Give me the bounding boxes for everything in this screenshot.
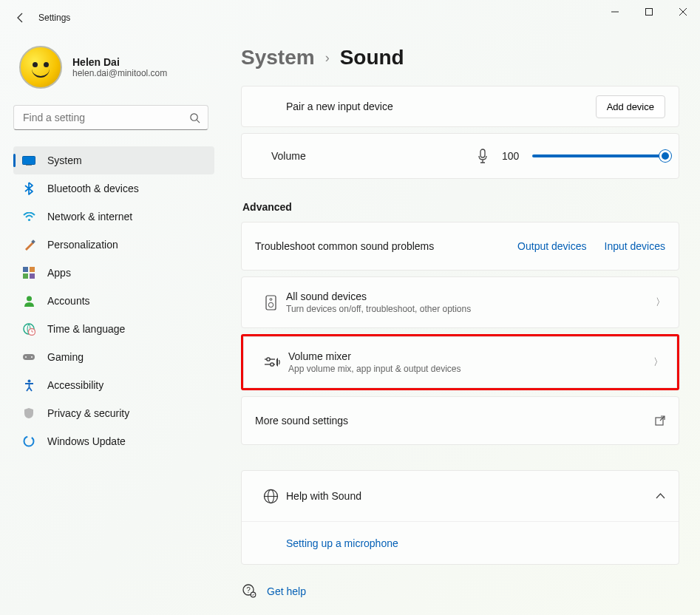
volume-label: Volume	[271, 150, 463, 162]
user-box[interactable]: Helen Dai helen.dai@minitool.com	[19, 46, 214, 89]
speaker-icon	[265, 295, 276, 310]
close-button[interactable]	[666, 0, 700, 24]
user-name: Helen Dai	[72, 56, 167, 68]
row-title: More sound settings	[255, 415, 655, 427]
breadcrumb-current: Sound	[340, 46, 404, 69]
add-device-button[interactable]: Add device	[596, 95, 665, 118]
microphone-icon[interactable]	[477, 149, 489, 163]
svg-point-4	[191, 113, 197, 120]
user-email: helen.dai@minitool.com	[72, 68, 167, 78]
shield-icon	[22, 407, 35, 420]
nav-network[interactable]: Network & internet	[13, 203, 214, 231]
svg-rect-11	[30, 267, 35, 272]
highlight-annotation: Volume mixer App volume mix, app input &…	[241, 334, 679, 390]
nav-accessibility[interactable]: Accessibility	[13, 371, 214, 399]
troubleshoot-card: Troubleshoot common sound problems Outpu…	[241, 222, 679, 271]
chevron-right-icon: ›	[325, 50, 330, 66]
minimize-icon	[611, 8, 619, 16]
svg-point-20	[25, 356, 27, 358]
paintbrush-icon	[22, 238, 35, 251]
back-button[interactable]	[6, 3, 35, 33]
svg-point-29	[267, 358, 270, 361]
svg-rect-6	[23, 156, 35, 164]
nav-label: Bluetooth & devices	[47, 183, 139, 194]
nav-gaming[interactable]: Gaming	[13, 343, 214, 371]
sidebar: Helen Dai helen.dai@minitool.com System …	[0, 35, 222, 615]
pair-device-card: Pair a new input device Add device	[241, 86, 679, 127]
nav-label: Personalization	[47, 239, 118, 251]
svg-point-22	[27, 379, 30, 382]
get-help-link[interactable]: Get help	[267, 585, 306, 597]
nav-label: Network & internet	[47, 211, 132, 222]
update-icon	[22, 435, 35, 448]
footer-links: ? Get help	[242, 584, 679, 598]
volume-card: Volume 100	[241, 133, 679, 179]
volume-mixer-row[interactable]: Volume mixer App volume mix, app input &…	[243, 336, 677, 388]
advanced-heading: Advanced	[242, 201, 679, 213]
svg-point-23	[24, 437, 34, 446]
search-icon	[189, 112, 200, 123]
search-box[interactable]	[13, 105, 208, 130]
nav-label: Gaming	[47, 351, 84, 363]
globe-clock-icon	[22, 322, 35, 336]
arrow-left-icon	[15, 12, 27, 24]
nav-label: Accessibility	[47, 379, 103, 391]
svg-rect-10	[23, 267, 28, 272]
svg-rect-12	[23, 273, 28, 279]
more-sound-settings-row[interactable]: More sound settings	[241, 396, 679, 445]
nav-personalization[interactable]: Personalization	[13, 231, 214, 259]
chevron-right-icon: 〉	[656, 296, 665, 309]
apps-icon	[22, 266, 35, 279]
nav-list: System Bluetooth & devices Network & int…	[13, 146, 214, 455]
chevron-right-icon: 〉	[653, 356, 663, 369]
nav-label: Windows Update	[47, 435, 126, 447]
svg-rect-13	[30, 273, 35, 279]
breadcrumb: System › Sound	[241, 46, 679, 69]
maximize-button[interactable]	[632, 0, 666, 24]
app-title: Settings	[38, 13, 70, 23]
all-sound-devices-row[interactable]: All sound devices Turn devices on/off, t…	[241, 276, 679, 328]
nav-label: Accounts	[47, 295, 90, 307]
row-title: All sound devices	[286, 290, 656, 302]
person-icon	[22, 294, 35, 308]
svg-point-21	[31, 356, 33, 358]
help-icon: ?	[242, 584, 256, 598]
nav-bluetooth[interactable]: Bluetooth & devices	[13, 174, 214, 203]
row-title: Volume mixer	[288, 350, 653, 362]
volume-slider[interactable]	[532, 154, 665, 157]
svg-point-27	[268, 302, 273, 307]
slider-thumb[interactable]	[659, 150, 671, 162]
maximize-icon	[645, 8, 653, 16]
help-link-microphone[interactable]: Setting up a microphone	[286, 537, 398, 549]
nav-update[interactable]: Windows Update	[13, 427, 214, 455]
chevron-up-icon	[656, 493, 665, 499]
minimize-button[interactable]	[598, 0, 632, 24]
output-devices-link[interactable]: Output devices	[517, 240, 586, 252]
nav-label: Time & language	[47, 323, 125, 335]
nav-apps[interactable]: Apps	[13, 259, 214, 287]
nav-time[interactable]: Time & language	[13, 315, 214, 343]
input-devices-link[interactable]: Input devices	[605, 240, 666, 252]
window-controls	[598, 0, 700, 24]
svg-rect-24	[480, 149, 485, 157]
mixer-icon	[265, 356, 281, 368]
help-header-row[interactable]: Help with Sound	[242, 471, 679, 521]
nav-label: System	[47, 154, 82, 166]
breadcrumb-parent[interactable]: System	[241, 46, 315, 69]
svg-point-14	[27, 296, 32, 302]
nav-accounts[interactable]: Accounts	[13, 287, 214, 315]
pair-label: Pair a new input device	[286, 101, 596, 112]
svg-line-5	[197, 120, 200, 123]
search-input[interactable]	[23, 112, 189, 123]
svg-point-31	[271, 363, 273, 366]
bluetooth-icon	[22, 182, 35, 195]
volume-value: 100	[502, 150, 519, 162]
nav-system[interactable]: System	[13, 146, 214, 174]
nav-label: Privacy & security	[47, 407, 129, 419]
avatar	[19, 46, 62, 89]
wifi-icon	[22, 210, 35, 223]
system-icon	[22, 154, 35, 167]
row-subtitle: App volume mix, app input & output devic…	[288, 364, 653, 374]
nav-privacy[interactable]: Privacy & security	[13, 399, 214, 427]
accessibility-icon	[22, 378, 35, 392]
